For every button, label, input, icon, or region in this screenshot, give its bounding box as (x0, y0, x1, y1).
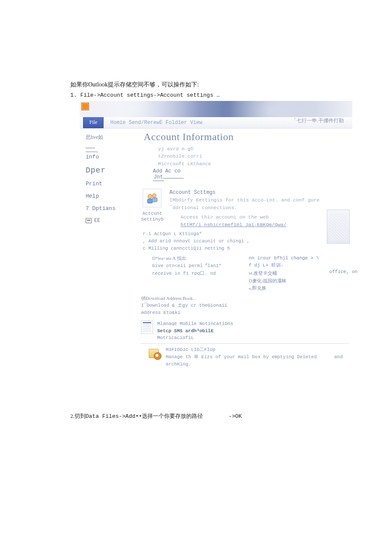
account-name[interactable]: yj avrd n g© (158, 145, 349, 152)
ribbon-tabs[interactable]: Homie Send/RerewE Foldier View (104, 117, 202, 128)
dl-line3: Address Eto&ki (141, 309, 349, 316)
cleanup-heading: M3FIDDJC LID二FlUp (166, 346, 343, 354)
menu-item-account-settings[interactable]: r-i ActQun L Kttioga“ (143, 230, 349, 238)
intro-text: 如果你Outlook提示存储空间不够，可以操作如下: (70, 81, 271, 89)
account-settings-heading: Account Scttmgs (170, 189, 349, 197)
account-settings-section: Actcunt Settinyb Account Scttmgs IMbdirf… (141, 189, 349, 229)
account-settings-desc: IMbdirfy Eettingis for this acco-Lnt. an… (170, 196, 349, 212)
sidebar-item-info[interactable]: info (86, 152, 98, 160)
right-annot-3: vt.改登卡交桶 (249, 270, 319, 277)
file-tab[interactable]: File (83, 117, 104, 128)
account-settings-caption-2: Settinyb (141, 217, 164, 222)
svg-rect-1 (147, 199, 153, 203)
cleanup-icon (148, 346, 161, 360)
sidebar-separator (86, 148, 95, 148)
ribbon-tabbar: File Homie Send/RerewE Foldier View 「七行一… (80, 117, 352, 129)
mobile-sub: Setcp SMS ardh³obilE (157, 328, 233, 335)
sidebar-exit-label: EE (94, 218, 100, 224)
account-email: tZrnobile.corri (158, 152, 349, 160)
account-image-placeholder (327, 210, 350, 244)
mobile-sub2: MotricaciofiL (157, 334, 233, 342)
svg-point-2 (153, 193, 156, 197)
delegate-heading[interactable]: D*lea>ate A 找出 (152, 255, 222, 263)
backstage-main: Account Information yj avrd n g© tZrnobi… (141, 129, 352, 371)
exit-icon (86, 218, 92, 223)
download-addressbook-block[interactable]: 偵Download Address Book... I¯Download & 土… (141, 295, 349, 316)
account-block: yj avrd n g© tZrnobile.corri Micrcsoft L… (158, 145, 349, 167)
page-title: Account Information (144, 131, 349, 143)
svg-point-0 (148, 194, 152, 198)
right-annot-2: f dj L+ 旺训- (249, 262, 319, 270)
outlook-logo-icon (81, 103, 89, 110)
sidebar-item-options[interactable]: 7 Dptians (86, 205, 137, 212)
step-2: 2.切到Data Files->Add••选择一个你要存放的路径->OK (70, 412, 271, 420)
mobile-icon (141, 320, 153, 334)
cleanup-desc2: archKing. (166, 361, 343, 368)
sidebar-item-print[interactable]: Print (86, 181, 137, 187)
account-settings-caption-1: Actcunt (142, 211, 162, 216)
sidebar-item-exit[interactable]: EE (86, 218, 137, 224)
dl-line1: 偵Download Address Book... (141, 296, 196, 301)
window-titlebar (80, 101, 352, 117)
dl-line2: I¯Download & 土gy cr theGionaii (141, 302, 349, 309)
delegate-desc1: Give otn<eii perml〞lan1* (152, 262, 222, 270)
delegate-row: D*lea>ate A 找出 Give otn<eii perml〞lan1* … (143, 255, 349, 292)
access-web-label: Access thi> accouni on the web (181, 213, 349, 221)
owa-link[interactable]: httMf/i nshicrtmef10l Jai-EBKQm/Qwa/ (181, 222, 286, 227)
svg-rect-3 (152, 198, 157, 202)
account-settings-icon[interactable] (143, 189, 161, 207)
mailbox-cleanup-row[interactable]: M3FIDDJC LID二FlUp Manage th 单 £izs of yo… (148, 346, 349, 368)
add-account-label-b: Jnt (153, 174, 164, 181)
menu-item-account-settings-desc: , Add arid nnnovt iccaunit or chingi , (143, 238, 349, 245)
add-account-label-a: Add Ac co (153, 168, 181, 174)
account-type: Micrcsoft LKthance (158, 160, 349, 167)
cleanup-desc: Manage th 单 £izs of your mail box by emp… (166, 354, 343, 361)
step-1: 1. File->Account settings->Account setti… (70, 92, 271, 98)
mobile-notifications-row[interactable]: Mlanaqe Mobile NotincatiDns Setcp SMS ar… (141, 320, 349, 344)
sidebar-item-help[interactable]: Help (86, 193, 137, 199)
mobile-heading: Mlanaqe Mobile NotincatiDns (157, 320, 233, 328)
right-annot-5: «,即兑换 (249, 285, 319, 292)
delegate-desc2: receive in f1 rpq口. nd (152, 270, 222, 278)
backstage-sidebar: 思hve如 info Dper Print Help 7 Dptians EE (80, 129, 141, 371)
sidebar-item-saveas[interactable]: 思hve如 (86, 134, 137, 141)
outlook-screenshot: File Homie Send/RerewE Foldier View 「七行一… (80, 101, 352, 371)
menu-item-account-settings-desc2: c Milling canncctiQii netting 5 (143, 245, 349, 252)
right-office-text: office, on (329, 268, 357, 276)
right-annot-4: D麦化:战国的灞林 (249, 277, 319, 285)
ribbon-tab-group: Homie Send/RerewE Foldier View (110, 120, 202, 126)
ribbon-right-text: 「七行一申.干挪件打勒 (291, 117, 352, 128)
right-annot-1: nn irour bfhjl change > \ (249, 255, 319, 262)
sidebar-item-open[interactable]: Dper (86, 166, 137, 175)
add-account-button[interactable]: Add Ac co Jnt (153, 168, 349, 181)
